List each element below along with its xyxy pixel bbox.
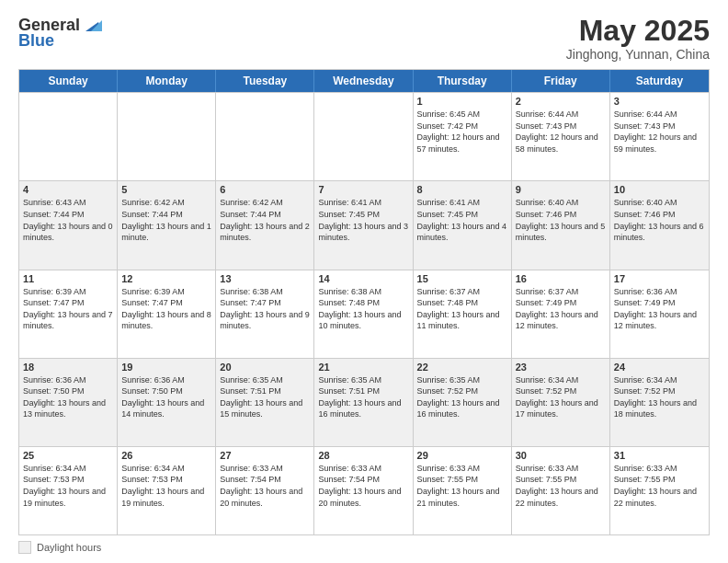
calendar-week-2: 4Sunrise: 6:43 AM Sunset: 7:44 PM Daylig…: [19, 180, 709, 269]
calendar-cell: 27Sunrise: 6:33 AM Sunset: 7:54 PM Dayli…: [216, 447, 314, 534]
calendar-cell: 5Sunrise: 6:42 AM Sunset: 7:44 PM Daylig…: [118, 181, 216, 269]
calendar-cell: 24Sunrise: 6:34 AM Sunset: 7:52 PM Dayli…: [610, 359, 709, 446]
day-number: 30: [516, 450, 606, 461]
calendar-cell: 12Sunrise: 6:39 AM Sunset: 7:47 PM Dayli…: [118, 270, 216, 358]
location: Jinghong, Yunnan, China: [566, 47, 710, 62]
calendar-cell: 17Sunrise: 6:36 AM Sunset: 7:49 PM Dayli…: [610, 270, 709, 358]
cell-info: Sunrise: 6:42 AM Sunset: 7:44 PM Dayligh…: [121, 197, 211, 243]
day-number: 25: [23, 450, 113, 461]
day-number: 13: [220, 273, 310, 284]
page: General Blue May 2025 Jinghong, Yunnan, …: [0, 0, 728, 563]
cell-info: Sunrise: 6:34 AM Sunset: 7:53 PM Dayligh…: [121, 463, 211, 509]
day-number: 14: [318, 273, 408, 284]
day-number: 24: [614, 362, 705, 373]
day-of-week-friday: Friday: [512, 70, 610, 92]
calendar-cell: 19Sunrise: 6:36 AM Sunset: 7:50 PM Dayli…: [118, 359, 216, 446]
day-number: 10: [614, 184, 705, 195]
calendar-cell: 10Sunrise: 6:40 AM Sunset: 7:46 PM Dayli…: [610, 181, 709, 269]
calendar: SundayMondayTuesdayWednesdayThursdayFrid…: [18, 69, 710, 535]
day-number: 12: [121, 273, 211, 284]
cell-info: Sunrise: 6:35 AM Sunset: 7:51 PM Dayligh…: [318, 374, 408, 420]
cell-info: Sunrise: 6:35 AM Sunset: 7:51 PM Dayligh…: [220, 374, 310, 420]
cell-info: Sunrise: 6:37 AM Sunset: 7:49 PM Dayligh…: [516, 286, 606, 332]
day-number: 29: [417, 450, 507, 461]
svg-marker-1: [91, 20, 102, 31]
cell-info: Sunrise: 6:34 AM Sunset: 7:52 PM Dayligh…: [516, 374, 606, 420]
calendar-cell: 1Sunrise: 6:45 AM Sunset: 7:42 PM Daylig…: [414, 93, 512, 180]
day-number: 4: [23, 184, 113, 195]
day-number: 22: [417, 362, 507, 373]
logo-icon: [82, 15, 102, 35]
cell-info: Sunrise: 6:34 AM Sunset: 7:52 PM Dayligh…: [614, 374, 705, 420]
daylight-legend-box: [18, 541, 31, 554]
cell-info: Sunrise: 6:39 AM Sunset: 7:47 PM Dayligh…: [121, 286, 211, 332]
cell-info: Sunrise: 6:36 AM Sunset: 7:49 PM Dayligh…: [614, 286, 705, 332]
day-number: 15: [417, 273, 507, 284]
day-of-week-saturday: Saturday: [610, 70, 709, 92]
calendar-cell: 16Sunrise: 6:37 AM Sunset: 7:49 PM Dayli…: [512, 270, 610, 358]
calendar-cell: 2Sunrise: 6:44 AM Sunset: 7:43 PM Daylig…: [512, 93, 610, 180]
calendar-week-1: 1Sunrise: 6:45 AM Sunset: 7:42 PM Daylig…: [19, 92, 709, 180]
calendar-cell: 14Sunrise: 6:38 AM Sunset: 7:48 PM Dayli…: [314, 270, 413, 358]
calendar-cell: 8Sunrise: 6:41 AM Sunset: 7:45 PM Daylig…: [414, 181, 512, 269]
calendar-week-3: 11Sunrise: 6:39 AM Sunset: 7:47 PM Dayli…: [19, 270, 709, 358]
logo: General Blue: [18, 15, 102, 51]
cell-info: Sunrise: 6:40 AM Sunset: 7:46 PM Dayligh…: [614, 197, 705, 243]
calendar-cell: 18Sunrise: 6:36 AM Sunset: 7:50 PM Dayli…: [19, 359, 118, 446]
cell-info: Sunrise: 6:41 AM Sunset: 7:45 PM Dayligh…: [318, 197, 408, 243]
day-number: 2: [516, 96, 606, 107]
day-number: 20: [220, 362, 310, 373]
cell-info: Sunrise: 6:37 AM Sunset: 7:48 PM Dayligh…: [417, 286, 507, 332]
cell-info: Sunrise: 6:42 AM Sunset: 7:44 PM Dayligh…: [220, 197, 310, 243]
day-number: 23: [516, 362, 606, 373]
day-number: 9: [516, 184, 606, 195]
title-block: May 2025 Jinghong, Yunnan, China: [566, 15, 710, 62]
cell-info: Sunrise: 6:39 AM Sunset: 7:47 PM Dayligh…: [23, 286, 113, 332]
cell-info: Sunrise: 6:38 AM Sunset: 7:48 PM Dayligh…: [318, 286, 408, 332]
day-number: 17: [614, 273, 705, 284]
calendar-cell: 4Sunrise: 6:43 AM Sunset: 7:44 PM Daylig…: [19, 181, 118, 269]
calendar-cell: 23Sunrise: 6:34 AM Sunset: 7:52 PM Dayli…: [512, 359, 610, 446]
calendar-body: 1Sunrise: 6:45 AM Sunset: 7:42 PM Daylig…: [19, 92, 709, 534]
day-number: 21: [318, 362, 408, 373]
calendar-cell: 26Sunrise: 6:34 AM Sunset: 7:53 PM Dayli…: [118, 447, 216, 534]
cell-info: Sunrise: 6:36 AM Sunset: 7:50 PM Dayligh…: [121, 374, 211, 420]
calendar-cell: 3Sunrise: 6:44 AM Sunset: 7:43 PM Daylig…: [610, 93, 709, 180]
cell-info: Sunrise: 6:33 AM Sunset: 7:54 PM Dayligh…: [220, 463, 310, 509]
calendar-cell: [19, 93, 118, 180]
day-of-week-thursday: Thursday: [414, 70, 512, 92]
footer: Daylight hours: [18, 541, 710, 554]
day-of-week-sunday: Sunday: [19, 70, 118, 92]
calendar-cell: 22Sunrise: 6:35 AM Sunset: 7:52 PM Dayli…: [414, 359, 512, 446]
cell-info: Sunrise: 6:34 AM Sunset: 7:53 PM Dayligh…: [23, 463, 113, 509]
cell-info: Sunrise: 6:43 AM Sunset: 7:44 PM Dayligh…: [23, 197, 113, 243]
day-number: 27: [220, 450, 310, 461]
day-number: 7: [318, 184, 408, 195]
calendar-header: SundayMondayTuesdayWednesdayThursdayFrid…: [19, 70, 709, 92]
cell-info: Sunrise: 6:41 AM Sunset: 7:45 PM Dayligh…: [417, 197, 507, 243]
calendar-cell: [314, 93, 413, 180]
cell-info: Sunrise: 6:38 AM Sunset: 7:47 PM Dayligh…: [220, 286, 310, 332]
day-number: 31: [614, 450, 705, 461]
cell-info: Sunrise: 6:33 AM Sunset: 7:55 PM Dayligh…: [516, 463, 606, 509]
calendar-cell: 6Sunrise: 6:42 AM Sunset: 7:44 PM Daylig…: [216, 181, 314, 269]
cell-info: Sunrise: 6:35 AM Sunset: 7:52 PM Dayligh…: [417, 374, 507, 420]
month-title: May 2025: [566, 15, 710, 47]
cell-info: Sunrise: 6:44 AM Sunset: 7:43 PM Dayligh…: [614, 109, 705, 155]
calendar-cell: 30Sunrise: 6:33 AM Sunset: 7:55 PM Dayli…: [512, 447, 610, 534]
cell-info: Sunrise: 6:36 AM Sunset: 7:50 PM Dayligh…: [23, 374, 113, 420]
cell-info: Sunrise: 6:45 AM Sunset: 7:42 PM Dayligh…: [417, 109, 507, 155]
day-number: 18: [23, 362, 113, 373]
header: General Blue May 2025 Jinghong, Yunnan, …: [18, 15, 710, 62]
day-number: 19: [121, 362, 211, 373]
day-number: 5: [121, 184, 211, 195]
calendar-cell: 13Sunrise: 6:38 AM Sunset: 7:47 PM Dayli…: [216, 270, 314, 358]
calendar-cell: 11Sunrise: 6:39 AM Sunset: 7:47 PM Dayli…: [19, 270, 118, 358]
calendar-cell: 15Sunrise: 6:37 AM Sunset: 7:48 PM Dayli…: [414, 270, 512, 358]
day-number: 1: [417, 96, 507, 107]
calendar-week-5: 25Sunrise: 6:34 AM Sunset: 7:53 PM Dayli…: [19, 446, 709, 534]
calendar-cell: 29Sunrise: 6:33 AM Sunset: 7:55 PM Dayli…: [414, 447, 512, 534]
calendar-cell: 9Sunrise: 6:40 AM Sunset: 7:46 PM Daylig…: [512, 181, 610, 269]
cell-info: Sunrise: 6:40 AM Sunset: 7:46 PM Dayligh…: [516, 197, 606, 243]
cell-info: Sunrise: 6:33 AM Sunset: 7:54 PM Dayligh…: [318, 463, 408, 509]
